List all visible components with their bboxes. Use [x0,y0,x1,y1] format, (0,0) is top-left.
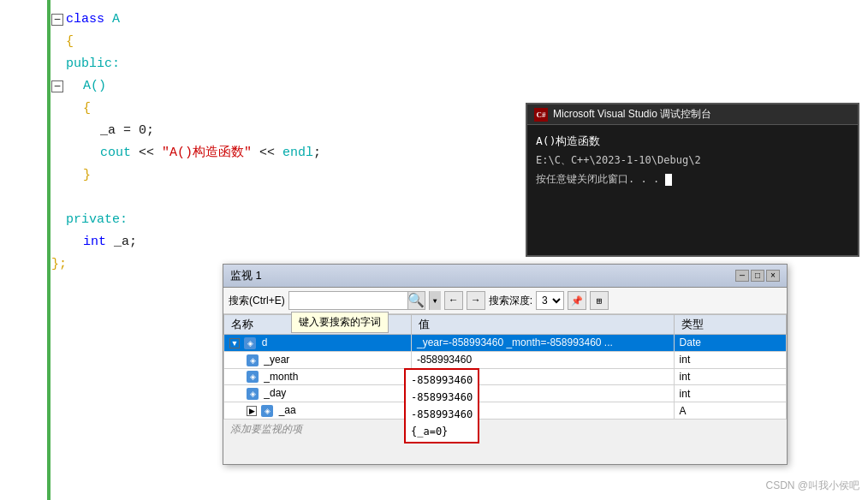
brace-func-open: { [83,98,91,120]
table-row-month[interactable]: ◈ _month -858993460 int [224,368,787,385]
field-icon-month: ◈ [247,371,259,383]
cell-name-d: ▼ ◈ d [224,335,412,352]
collapse-icon-2[interactable]: ─ [51,80,63,92]
cell-name-year-text: _year [264,354,289,366]
cell-type-year: int [674,351,786,368]
console-output-3: 按任意键关闭此窗口. . . [536,170,849,188]
table-row-day[interactable]: ◈ _day -858993460 int [224,385,787,402]
table-row-d[interactable]: ▼ ◈ d _year=-858993460 _month=-858993460… [224,335,787,352]
search-label: 搜索(Ctrl+E) [229,294,285,308]
brace-func-close: } [83,164,91,187]
cell-name-day: ◈ _day [224,385,412,402]
cell-type-month: int [674,368,786,385]
cell-name-day-text: _day [264,387,286,399]
search-prev-btn[interactable]: ← [444,291,463,310]
col-header-type: 类型 [674,315,786,335]
field-icon-year: ◈ [247,354,259,366]
watch-restore-btn[interactable]: □ [751,270,764,282]
value-tooltip: -858993460 -858993460 -858993460 {_a=0} [404,368,479,443]
code-semi: ; [313,142,321,164]
value-line-4: {_a=0} [411,423,473,440]
table-row-aa[interactable]: ▶ ◈ _aa {_a=0} A [224,402,787,420]
cell-name-aa-text: _aa [279,404,296,416]
tree-expand-aa[interactable]: ▶ [247,406,257,416]
keyword-int: int [83,231,106,253]
search-input-wrap[interactable]: 🔍 [288,291,425,310]
watch-close-btn[interactable]: × [766,270,780,282]
code-line-4: ─ A() [51,75,488,98]
console-output-1: A()构造函数 [536,132,849,151]
grid-btn[interactable]: ⊞ [590,291,609,310]
cell-name-d-text: d [262,336,268,348]
code-line-1: ─ class A [51,9,488,31]
console-app-icon: C# [534,108,548,122]
code-line-5: { [51,98,488,120]
field-icon-d: ◈ [244,337,256,349]
search-input[interactable] [289,295,407,307]
field-icon-aa: ◈ [261,405,273,417]
cell-val-year: -858993460 [412,351,675,368]
tree-expand-d[interactable]: ▼ [229,338,240,348]
watermark: CSDN @叫我小侯吧 [765,479,859,493]
value-line-1: -858993460 [411,372,473,389]
value-line-3: -858993460 [411,406,473,423]
cell-type-day: int [674,385,786,402]
cell-val-d: _year=-858993460 _month=-858993460 ... [412,335,675,352]
cell-name-month-text: _month [264,371,298,383]
field-icon-day: ◈ [247,388,259,400]
console-titlebar: C# Microsoft Visual Studio 调试控制台 [527,104,858,125]
watch-title: 监视 1 [230,268,262,283]
search-dropdown-btn[interactable]: ▼ [429,291,441,310]
keyword-public: public: [66,53,120,75]
table-row-year[interactable]: ◈ _year -858993460 int [224,351,787,368]
code-line-3: public: [51,53,488,75]
col-header-value: 值 [412,315,675,335]
cell-type-d: Date [674,335,786,352]
keyword-private: private: [66,209,128,231]
console-window: C# Microsoft Visual Studio 调试控制台 A()构造函数… [526,103,859,257]
code-line-9 [51,187,488,209]
search-next-btn[interactable]: → [467,291,485,310]
keyword-class: class [66,9,112,31]
class-name: A [112,9,120,31]
console-body: A()构造函数 E:\C、C++\2023-1-10\Debug\2 按任意键关… [527,125,858,195]
brace-class-close: }; [51,253,67,276]
add-watch-label: 添加要监视的项 [223,420,787,439]
string-literal: "A()构造函数" [162,142,252,164]
code-assign: _a = 0; [100,120,154,142]
console-title: Microsoft Visual Studio 调试控制台 [553,107,711,122]
watch-minimize-btn[interactable]: ─ [735,270,749,282]
watch-controls: ─ □ × [735,270,780,282]
collapse-icon-1[interactable]: ─ [51,14,63,26]
code-endl1: << [252,142,282,164]
watch-search-bar: 搜索(Ctrl+E) 🔍 ▼ ← → 搜索深度: 3 1 2 4 5 📌 ⊞ [223,288,787,314]
code-line-7: cout << "A()构造函数" << endl ; [51,142,488,164]
code-line-11: int _a; [51,231,488,253]
depth-label: 搜索深度: [489,294,532,308]
code-endl2: endl [282,142,313,164]
watch-window: 监视 1 ─ □ × 搜索(Ctrl+E) 🔍 ▼ ← → 搜索深度: 3 1 … [223,264,788,465]
console-output-2: E:\C、C++\2023-1-10\Debug\2 [536,151,849,170]
search-tooltip: 键入要搜索的字词 [291,312,389,333]
code-line-2: { [51,31,488,53]
cell-name-aa: ▶ ◈ _aa [224,402,412,420]
code-stream: << [131,142,162,164]
func-name: A() [83,75,106,98]
code-line-8: } [51,164,488,187]
var-a: _a; [106,231,137,253]
cell-name-year: ◈ _year [224,351,412,368]
code-line-6: _a = 0; [51,120,488,142]
value-line-2: -858993460 [411,389,473,406]
cell-type-aa: A [674,402,786,420]
code-line-10: private: [51,209,488,231]
code-cout: cout [100,142,131,164]
console-icon-label: C# [537,110,546,119]
pin-btn[interactable]: 📌 [568,291,586,310]
search-execute-btn[interactable]: 🔍 [407,292,425,309]
console-cursor [665,174,672,186]
watch-titlebar: 监视 1 ─ □ × [223,265,787,288]
brace-open: { [66,31,74,53]
depth-select[interactable]: 3 1 2 4 5 [536,291,564,310]
cell-name-month: ◈ _month [224,368,412,385]
